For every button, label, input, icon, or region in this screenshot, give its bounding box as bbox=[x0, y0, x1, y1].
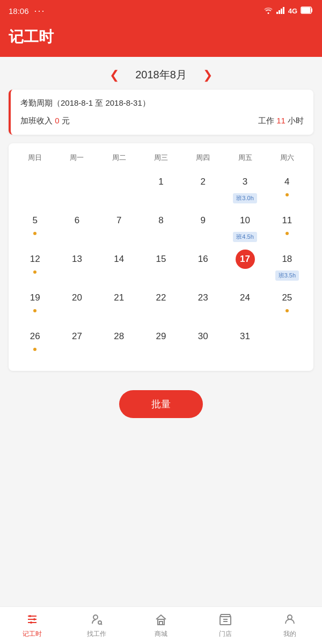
calendar-cell[interactable]: 24 bbox=[224, 285, 266, 324]
svg-point-12 bbox=[93, 615, 98, 619]
calendar-cell[interactable]: 15 bbox=[140, 246, 182, 285]
calendar-cell[interactable]: 4 bbox=[266, 169, 308, 208]
svg-line-14 bbox=[101, 624, 103, 625]
calendar-cell[interactable]: 31 bbox=[224, 324, 266, 362]
svg-rect-2 bbox=[281, 9, 282, 14]
calendar-cell[interactable]: 23 bbox=[182, 285, 224, 324]
work-hours: 工作 11 小时 bbox=[258, 116, 304, 126]
attendance-stats: 加班收入 0 元 工作 11 小时 bbox=[20, 116, 304, 126]
calendar-cell bbox=[266, 324, 308, 362]
attendance-dot bbox=[286, 309, 289, 312]
calendar-day: 14 bbox=[109, 250, 129, 269]
week-header: 周四 bbox=[182, 149, 224, 167]
calendar-day: 16 bbox=[193, 250, 213, 269]
calendar-day: 30 bbox=[193, 327, 213, 346]
calendar-cell[interactable]: 19 bbox=[14, 285, 56, 324]
calendar-cell[interactable]: 9 bbox=[182, 208, 224, 246]
calendar-day: 24 bbox=[236, 288, 255, 308]
overtime-tag: 班3.5h bbox=[275, 270, 299, 281]
calendar-cell[interactable]: 25 bbox=[266, 285, 308, 324]
nav-item-我的[interactable]: 我的 bbox=[258, 607, 322, 644]
overtime-tag: 班4.5h bbox=[233, 232, 257, 242]
calendar-cell[interactable]: 5 bbox=[14, 208, 56, 246]
week-header: 周三 bbox=[140, 149, 182, 167]
calendar-day: 27 bbox=[67, 327, 86, 346]
calendar-day: 7 bbox=[109, 211, 129, 230]
calendar-cell[interactable]: 21 bbox=[98, 285, 140, 324]
calendar-day: 31 bbox=[236, 327, 255, 346]
page-header: 记工时 bbox=[0, 21, 322, 57]
overtime-tag: 班3.0h bbox=[233, 193, 257, 203]
svg-rect-0 bbox=[276, 12, 278, 14]
next-month-button[interactable]: ❯ bbox=[203, 69, 213, 81]
calendar-cell bbox=[14, 169, 56, 208]
nav-item-记工时[interactable]: 记工时 bbox=[0, 607, 64, 644]
time-display: 18:06 bbox=[9, 6, 29, 16]
calendar-day: 26 bbox=[25, 327, 45, 346]
calendar-day: 9 bbox=[193, 211, 213, 230]
calendar-day: 20 bbox=[67, 288, 86, 308]
overtime-income: 加班收入 0 元 bbox=[20, 116, 70, 126]
calendar-cell[interactable]: 7 bbox=[98, 208, 140, 246]
week-header: 周一 bbox=[56, 149, 98, 167]
calendar-cell[interactable]: 6 bbox=[56, 208, 98, 246]
calendar-cell[interactable]: 26 bbox=[14, 324, 56, 362]
calendar-cell[interactable]: 2 bbox=[182, 169, 224, 208]
calendar-cell[interactable]: 20 bbox=[56, 285, 98, 324]
calendar-cell[interactable]: 12 bbox=[14, 246, 56, 285]
calendar-day: 19 bbox=[25, 288, 45, 308]
calendar-cell[interactable]: 14 bbox=[98, 246, 140, 285]
prev-month-button[interactable]: ❮ bbox=[109, 69, 119, 81]
calendar-cell[interactable]: 27 bbox=[56, 324, 98, 362]
batch-button[interactable]: 批量 bbox=[119, 390, 203, 418]
calendar-cell[interactable]: 8 bbox=[140, 208, 182, 246]
calendar-day: 1 bbox=[151, 172, 171, 192]
svg-point-10 bbox=[33, 618, 35, 620]
nav-label-找工作: 找工作 bbox=[87, 630, 106, 639]
calendar-day: 22 bbox=[151, 288, 171, 308]
hours-value: 11 bbox=[276, 116, 286, 125]
nav-label-我的: 我的 bbox=[283, 630, 296, 639]
calendar-day: 8 bbox=[151, 211, 171, 230]
status-bar: 18:06 ··· 4G bbox=[0, 0, 322, 21]
calendar-day: 28 bbox=[109, 327, 129, 346]
attendance-dot bbox=[33, 270, 36, 274]
calendar-grid: 123班3.0h45678910班4.5h1112131415161718班3.… bbox=[14, 169, 308, 362]
calendar-cell[interactable]: 3班3.0h bbox=[224, 169, 266, 208]
nav-icon-商城 bbox=[155, 613, 167, 628]
svg-rect-16 bbox=[159, 621, 163, 625]
calendar-day: 4 bbox=[277, 172, 297, 192]
nav-icon-我的 bbox=[283, 613, 296, 628]
hours-suffix: 小时 bbox=[286, 116, 304, 125]
calendar-cell[interactable]: 18班3.5h bbox=[266, 246, 308, 285]
calendar-cell[interactable]: 28 bbox=[98, 324, 140, 362]
nav-icon-门店 bbox=[219, 613, 232, 628]
calendar-cell[interactable]: 30 bbox=[182, 324, 224, 362]
nav-item-找工作[interactable]: 找工作 bbox=[64, 607, 129, 644]
attendance-dot bbox=[33, 232, 36, 235]
month-nav: ❮ 2018年8月 ❯ bbox=[0, 57, 322, 90]
calendar-day: 15 bbox=[151, 250, 171, 269]
week-header: 周六 bbox=[266, 149, 308, 167]
calendar-day: 11 bbox=[277, 211, 297, 230]
calendar-cell[interactable]: 16 bbox=[182, 246, 224, 285]
week-header: 周五 bbox=[224, 149, 266, 167]
calendar-cell[interactable]: 22 bbox=[140, 285, 182, 324]
calendar-day: 2 bbox=[193, 172, 213, 192]
nav-icon-找工作 bbox=[90, 613, 103, 628]
calendar-cell[interactable]: 11 bbox=[266, 208, 308, 246]
week-headers: 周日周一周二周三周四周五周六 bbox=[14, 149, 308, 167]
calendar-cell[interactable]: 29 bbox=[140, 324, 182, 362]
nav-item-门店[interactable]: 门店 bbox=[193, 607, 258, 644]
svg-rect-3 bbox=[283, 7, 284, 14]
calendar-cell[interactable]: 1 bbox=[140, 169, 182, 208]
svg-point-13 bbox=[98, 621, 101, 624]
income-suffix: 元 bbox=[60, 116, 70, 125]
calendar-cell[interactable]: 17 bbox=[224, 246, 266, 285]
nav-item-商城[interactable]: 商城 bbox=[129, 607, 193, 644]
calendar-cell[interactable]: 13 bbox=[56, 246, 98, 285]
attendance-period: 考勤周期（2018-8-1 至 2018-8-31） bbox=[20, 98, 304, 108]
svg-rect-1 bbox=[279, 10, 280, 14]
calendar-day: 23 bbox=[193, 288, 213, 308]
calendar-cell[interactable]: 10班4.5h bbox=[224, 208, 266, 246]
